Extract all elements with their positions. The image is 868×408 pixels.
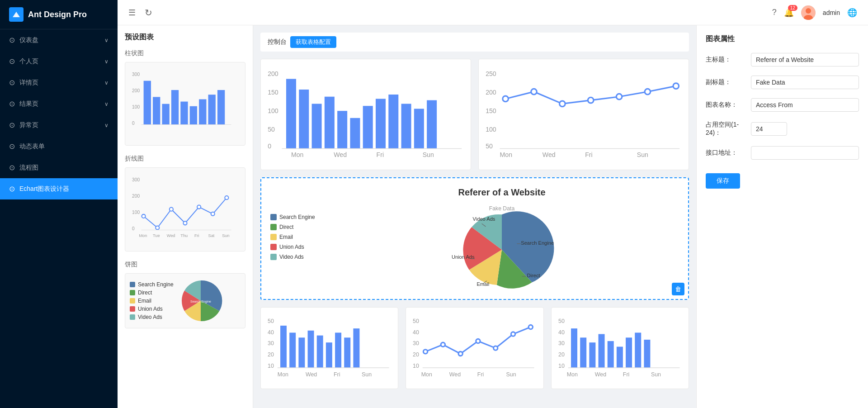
svg-rect-52	[401, 104, 411, 148]
content-area: 预设图表 柱状图 300 200 100 0	[118, 25, 868, 408]
pie-chart-selected-card[interactable]: Search Engine Direct Email	[260, 177, 689, 300]
get-config-button[interactable]: 获取表格配置	[290, 36, 336, 48]
avatar[interactable]	[801, 5, 816, 20]
svg-text:Sun: Sun	[506, 371, 516, 378]
sidebar-item-detail[interactable]: ⊙ 详情页 ∨	[0, 72, 118, 93]
sidebar-item-dashboard[interactable]: ⊙ 仪表盘 ∨	[0, 29, 118, 51]
sidebar-item-result[interactable]: ⊙ 结果页 ∨	[0, 93, 118, 114]
svg-rect-45	[312, 104, 322, 148]
logo-text: Ant Design Pro	[28, 10, 87, 19]
svg-text:Sun: Sun	[651, 371, 661, 378]
svg-point-68	[588, 97, 594, 103]
pie-chart-area: Referer of a Website Fake Data	[325, 187, 679, 290]
sidebar-item-dynamic-form[interactable]: ⊙ 动态表单	[0, 136, 118, 157]
profile-icon: ⊙	[9, 57, 15, 66]
sidebar-item-label: 异常页	[19, 121, 38, 129]
main-area: ☰ ↻ ? 🔔 12 admin 🌐 预设图表	[118, 0, 868, 408]
user-name[interactable]: admin	[823, 9, 840, 16]
small-bar-chart-2[interactable]: 50 40 30 20 10	[551, 307, 689, 389]
svg-text:Mon: Mon	[139, 233, 147, 238]
globe-icon[interactable]: 🌐	[847, 8, 857, 18]
sidebar-item-echart[interactable]: ⊙ Echart图表设计器	[0, 178, 118, 199]
legend-label: Search Engine	[138, 281, 174, 288]
chart-name-input[interactable]	[751, 98, 859, 112]
chevron-down-icon: ∨	[104, 101, 108, 107]
svg-point-27	[211, 212, 215, 216]
line-chart-card[interactable]: 250 200 150 100 50	[478, 59, 689, 170]
small-line-chart[interactable]: 50 40 30 20 10	[406, 307, 543, 389]
svg-rect-96	[308, 331, 314, 368]
small-line-svg: 50 40 30 20 10	[411, 313, 538, 383]
legend-text: Email	[279, 234, 293, 240]
svg-rect-93	[280, 326, 287, 368]
line-chart-section: 折线图 300 200 100 0	[125, 155, 245, 251]
svg-text:Wed: Wed	[449, 371, 461, 378]
svg-text:50: 50	[268, 318, 274, 324]
svg-point-114	[458, 351, 462, 356]
line-chart-main-svg: 250 200 150 100 50	[484, 65, 683, 164]
refresh-icon[interactable]: ↻	[145, 7, 152, 18]
svg-point-22	[142, 214, 146, 218]
svg-rect-11	[171, 90, 179, 125]
svg-text:40: 40	[558, 329, 565, 336]
bar-chart-main-svg: 200 150 100 50 0	[266, 65, 465, 164]
svg-text:0: 0	[268, 142, 271, 150]
svg-point-2	[806, 8, 811, 14]
dashboard-icon: ⊙	[9, 36, 15, 44]
legend-item-union: Union Ads	[130, 306, 174, 312]
svg-rect-43	[286, 79, 296, 148]
svg-rect-10	[162, 104, 169, 125]
line-chart-title: 折线图	[125, 155, 245, 163]
svg-text:Wed: Wed	[167, 233, 175, 238]
svg-rect-131	[589, 342, 595, 368]
line-chart-preset[interactable]: 300 200 100 0 Mon	[125, 167, 245, 251]
svg-rect-14	[199, 99, 206, 124]
span-input[interactable]	[751, 122, 787, 136]
bar-chart-svg: 300 200 100 0	[130, 67, 241, 141]
legend-direct: Direct	[270, 224, 325, 230]
svg-point-26	[197, 205, 201, 209]
pie-chart-legend: Search Engine Direct Email	[270, 214, 325, 264]
svg-text:Video Ads: Video Ads	[473, 216, 495, 222]
sidebar-item-exception[interactable]: ⊙ 异常页 ∨	[0, 114, 118, 136]
panel-header-label: 控制台	[268, 38, 287, 46]
notification-button[interactable]: 🔔 12	[784, 8, 794, 18]
api-input[interactable]	[751, 146, 859, 160]
sidebar-item-flowchart[interactable]: ⊙ 流程图	[0, 157, 118, 178]
bar-chart-card[interactable]: 200 150 100 50 0	[260, 59, 471, 170]
small-bar-2-svg: 50 40 30 20 10	[557, 313, 683, 383]
svg-text:10: 10	[558, 363, 565, 369]
small-bar-chart-1[interactable]: 50 40 30 20 10	[260, 307, 398, 389]
legend-text: Direct	[279, 224, 293, 230]
svg-rect-13	[190, 106, 197, 125]
save-button[interactable]: 保存	[706, 173, 740, 189]
svg-text:200: 200	[486, 89, 496, 96]
svg-rect-8	[144, 81, 151, 125]
svg-text:20: 20	[413, 351, 419, 358]
chevron-down-icon: ∨	[104, 80, 108, 86]
svg-text:100: 100	[268, 107, 278, 114]
subtitle-input[interactable]	[751, 76, 859, 89]
svg-point-112	[424, 350, 428, 354]
menu-toggle-icon[interactable]: ☰	[128, 8, 136, 18]
mini-pie-svg: Search Engine	[178, 278, 223, 323]
bar-chart-preset[interactable]: 300 200 100 0	[125, 62, 245, 146]
svg-text:Tue: Tue	[153, 233, 160, 238]
pie-chart-preset[interactable]: Search Engine Direct Email Union Ad	[125, 273, 245, 328]
svg-text:30: 30	[413, 340, 419, 346]
sidebar-item-profile[interactable]: ⊙ 个人页 ∨	[0, 51, 118, 72]
help-icon[interactable]: ?	[772, 8, 777, 17]
form-label-span: 占用空间(1-24)：	[706, 121, 751, 137]
delete-chart-button[interactable]: 🗑	[672, 283, 684, 295]
svg-text:Direct: Direct	[527, 273, 540, 278]
form-label-main-title: 主标题：	[706, 56, 751, 64]
svg-rect-135	[626, 337, 632, 368]
svg-text:Sun: Sun	[362, 371, 372, 378]
svg-point-71	[673, 83, 679, 89]
svg-text:300: 300	[132, 178, 140, 183]
logo-icon	[9, 7, 24, 22]
sidebar-logo: Ant Design Pro	[0, 0, 118, 29]
main-title-input[interactable]	[751, 53, 859, 66]
svg-rect-15	[208, 95, 216, 124]
svg-point-69	[616, 94, 622, 100]
